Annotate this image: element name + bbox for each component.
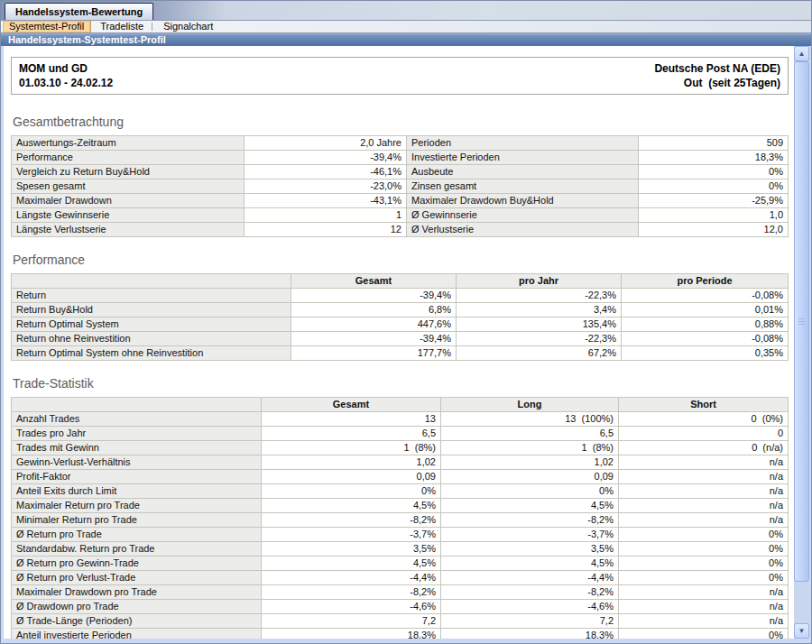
row-label: Perioden	[407, 136, 639, 151]
table-row: Ø Drawdown pro Trade-4,6%-4,6%n/a	[12, 600, 789, 614]
row-value: -43,1%	[245, 194, 407, 208]
row-label: Maximaler Drawdown Buy&Hold	[407, 194, 639, 208]
scrollbar-thumb[interactable]	[794, 61, 809, 582]
row-value: 0 (0%)	[619, 412, 789, 427]
row-label: Standardabw. Return pro Trade	[12, 542, 262, 557]
row-value: n/a	[619, 600, 789, 614]
row-value: 0,09	[441, 470, 619, 484]
table-row: Maximaler Drawdown pro Trade-8,2%-8,2%n/…	[12, 585, 789, 600]
evaluation-period: 01.03.10 - 24.02.12	[19, 76, 113, 90]
row-label: Längste Verlustserie	[12, 223, 245, 237]
table-row: Längste Verlustserie12Ø Verlustserie12,0	[12, 223, 789, 237]
row-value: 0%	[262, 484, 441, 499]
row-value: 18,3%	[441, 629, 619, 639]
row-label: Ø Gewinnserie	[407, 208, 639, 223]
row-label: Return Buy&Hold	[12, 303, 291, 317]
table-row: Return ohne Reinvestition-39,4%-22,3%-0,…	[12, 332, 789, 346]
row-value: n/a	[619, 484, 789, 499]
table-row: Ø Return pro Gewinn-Trade4,5%4,5%0%	[12, 557, 789, 571]
scrollbar-grip-icon	[798, 318, 805, 326]
system-name: MOM und GD	[19, 61, 113, 76]
row-value: 0%	[619, 557, 789, 571]
row-label: Ø Verlustserie	[407, 223, 639, 237]
row-value: 0,09	[262, 470, 441, 484]
row-label: Ø Return pro Verlust-Trade	[12, 571, 262, 585]
table-row: Profit-Faktor0,090,09n/a	[12, 470, 789, 484]
row-value: -8,2%	[262, 513, 441, 528]
row-value: 0	[619, 427, 789, 441]
row-value: -39,4%	[291, 332, 457, 346]
row-value: 12	[245, 223, 407, 237]
row-value: 18,3%	[639, 151, 789, 165]
row-label: Ausbeute	[407, 165, 639, 179]
section-title-performance: Performance	[13, 253, 794, 267]
tab-separator	[152, 23, 152, 31]
row-value: -22,3%	[457, 289, 622, 303]
table-row: Return Optimal System ohne Reinvestition…	[12, 346, 789, 361]
row-value: n/a	[619, 585, 789, 600]
tab-systemtest-profil[interactable]: Systemtest-Profil	[3, 21, 91, 32]
row-label: Profit-Faktor	[12, 470, 262, 484]
row-value: 67,2%	[457, 346, 622, 361]
row-value: 7,2	[262, 614, 441, 629]
column-header: Gesamt	[262, 398, 441, 412]
row-value: 0%	[639, 179, 789, 194]
column-header: Long	[441, 398, 619, 412]
table-row: Anzahl Trades1313 (100%)0 (0%)	[12, 412, 789, 427]
row-value: 0,35%	[622, 346, 789, 361]
tab-signalchart[interactable]: Signalchart	[157, 21, 219, 32]
row-label: Maximaler Return pro Trade	[12, 499, 262, 513]
row-value: 6,8%	[291, 303, 457, 317]
row-value: 0%	[441, 484, 619, 499]
row-value: 18,3%	[262, 629, 441, 639]
row-label: Maximaler Drawdown	[12, 194, 245, 208]
row-value: -8,2%	[262, 585, 441, 600]
row-value: 135,4%	[457, 317, 622, 332]
row-label: Return Optimal System	[12, 317, 291, 332]
table-row: Trades pro Jahr6,56,50	[12, 427, 789, 441]
corner-cell	[12, 274, 291, 289]
row-value: 6,5	[441, 427, 619, 441]
row-value: 13 (100%)	[441, 412, 619, 427]
row-label: Investierte Perioden	[407, 151, 639, 165]
header-row: Gesamtpro Jahrpro Periode	[12, 274, 789, 289]
row-value: 3,5%	[262, 542, 441, 557]
table-row: Maximaler Return pro Trade4,5%4,5%n/a	[12, 499, 789, 513]
tab-handelssystem-bewertung[interactable]: Handelssystem-Bewertung	[5, 3, 153, 20]
report-header-box: MOM und GD 01.03.10 - 24.02.12 Deutsche …	[11, 57, 789, 95]
row-label: Ø Return pro Trade	[12, 528, 262, 542]
row-value: n/a	[619, 499, 789, 513]
scroll-down-icon[interactable]: ▼	[794, 623, 809, 639]
window-frame-left	[1, 46, 4, 643]
row-value: n/a	[619, 455, 789, 470]
row-value: 2,0 Jahre	[245, 136, 407, 151]
gesamtbetrachtung-table: Auswertungs-Zeitraum2,0 JahrePerioden509…	[11, 135, 789, 237]
row-label: Return	[12, 289, 291, 303]
row-value: 447,6%	[291, 317, 457, 332]
row-label: Trades pro Jahr	[12, 427, 262, 441]
table-row: Maximaler Drawdown-43,1%Maximaler Drawdo…	[12, 194, 789, 208]
row-value: 13	[262, 412, 441, 427]
table-row: Ø Trade-Länge (Perioden)7,27,2n/a	[12, 614, 789, 629]
row-label: Ø Return pro Gewinn-Trade	[12, 557, 262, 571]
row-label: Zinsen gesamt	[407, 179, 639, 194]
row-value: -4,4%	[262, 571, 441, 585]
scroll-up-icon[interactable]: ▲	[794, 46, 809, 61]
row-value: 177,7%	[291, 346, 457, 361]
row-label: Auswertungs-Zeitraum	[12, 136, 245, 151]
row-label: Anteil investierte Perioden	[12, 629, 262, 639]
row-value: -8,2%	[441, 585, 619, 600]
row-value: -46,1%	[245, 165, 407, 179]
tab-tradeliste[interactable]: Tradeliste	[94, 21, 150, 32]
row-label: Ø Drawdown pro Trade	[12, 600, 262, 614]
row-value: 4,5%	[262, 499, 441, 513]
row-value: -23,0%	[245, 179, 407, 194]
vertical-scrollbar[interactable]: ▲ ▼	[794, 46, 809, 639]
row-value: 4,5%	[262, 557, 441, 571]
row-value: n/a	[619, 614, 789, 629]
row-label: Vergleich zu Return Buy&Hold	[12, 165, 245, 179]
table-row: Ø Return pro Verlust-Trade-4,4%-4,4%0%	[12, 571, 789, 585]
row-value: 1 (8%)	[441, 441, 619, 455]
row-label: Spesen gesamt	[12, 179, 245, 194]
row-value: 1,02	[262, 455, 441, 470]
